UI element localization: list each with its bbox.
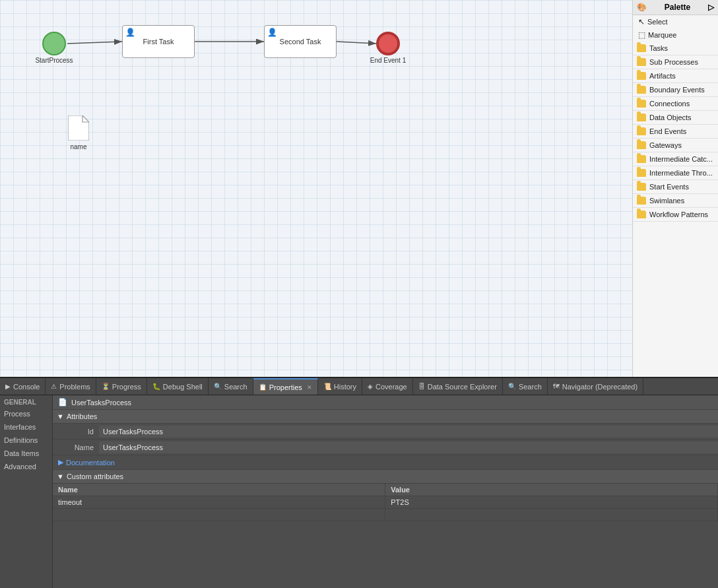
- palette-item-end-events[interactable]: End Events: [633, 125, 718, 139]
- tab-debug-label: Debug Shell: [163, 383, 203, 391]
- folder-icon-artifacts: [637, 72, 646, 80]
- palette-item-start-events[interactable]: Start Events: [633, 180, 718, 194]
- svg-line-3: [337, 42, 376, 44]
- tab-datasource[interactable]: 🗄 Data Source Explorer: [413, 378, 503, 395]
- id-label: Id: [53, 425, 99, 438]
- custom-attrs-table: Name Value timeout PT2S: [53, 484, 718, 521]
- task-second[interactable]: 👤 Second Task: [264, 25, 337, 58]
- palette-workflow-label: Workflow Patterns: [649, 211, 708, 218]
- palette-item-tasks[interactable]: Tasks: [633, 42, 718, 55]
- tab-bar: ▶ Console ⚠ Problems ⏳ Progress 🐛 Debug …: [0, 378, 718, 395]
- coverage-icon: ◈: [368, 383, 373, 390]
- sidebar-item-data-items[interactable]: Data Items: [0, 447, 52, 460]
- search-icon-2: 🔍: [508, 383, 516, 390]
- folder-icon-tasks: [637, 44, 646, 52]
- custom-attrs-collapse-icon: ▼: [57, 473, 64, 480]
- palette-connections-label: Connections: [649, 100, 690, 108]
- props-content: ▼ Attributes Id Name ▶ Documentation: [53, 410, 718, 588]
- palette: 🎨 Palette ▷ ↖ Select ⬚ Marquee Tasks Sub…: [632, 0, 718, 377]
- palette-header: 🎨 Palette ▷: [633, 0, 718, 15]
- palette-item-sub-processes[interactable]: Sub Processes: [633, 55, 718, 69]
- palette-item-data-objects[interactable]: Data Objects: [633, 111, 718, 125]
- palette-item-swimlanes[interactable]: Swimlanes: [633, 194, 718, 208]
- palette-title: Palette: [665, 3, 690, 12]
- palette-item-intermediate-thro[interactable]: Intermediate Thro...: [633, 166, 718, 180]
- tab-problems[interactable]: ⚠ Problems: [46, 378, 96, 395]
- palette-icon: 🎨: [637, 3, 647, 12]
- palette-expand-icon[interactable]: ▷: [708, 3, 714, 12]
- top-area: StartProcess 👤 First Task 👤 Second Task …: [0, 0, 718, 377]
- folder-icon-boundary: [637, 86, 646, 94]
- id-input[interactable]: [99, 426, 718, 438]
- name-input[interactable]: [99, 441, 718, 453]
- palette-item-gateways[interactable]: Gateways: [633, 139, 718, 152]
- tab-coverage-label: Coverage: [375, 383, 407, 391]
- select-cursor-icon: ↖: [638, 17, 645, 26]
- sidebar-item-process[interactable]: Process: [0, 407, 52, 420]
- sidebar-definitions-label: Definitions: [4, 436, 38, 444]
- tab-search-1[interactable]: 🔍 Search: [209, 378, 253, 395]
- palette-boundary-label: Boundary Events: [649, 86, 705, 94]
- tab-debug-shell[interactable]: 🐛 Debug Shell: [147, 378, 209, 395]
- props-main: 📄 UserTasksProcess ▼ Attributes Id Name: [53, 395, 718, 588]
- tab-progress[interactable]: ⏳ Progress: [96, 378, 147, 395]
- end-event[interactable]: End Event 1: [376, 32, 400, 55]
- progress-icon: ⏳: [102, 383, 110, 390]
- tab-navigator[interactable]: 🗺 Navigator (Deprecated): [548, 378, 643, 395]
- id-row: Id: [53, 424, 718, 440]
- start-event[interactable]: StartProcess: [42, 32, 66, 55]
- datasource-icon: 🗄: [418, 383, 425, 390]
- custom-attrs-header[interactable]: ▼ Custom attributes: [53, 470, 718, 484]
- properties-close-icon[interactable]: ✕: [307, 384, 312, 391]
- tab-console[interactable]: ▶ Console: [0, 378, 46, 395]
- attributes-collapse-icon: ▼: [57, 412, 64, 420]
- palette-item-workflow-patterns[interactable]: Workflow Patterns: [633, 208, 718, 222]
- palette-item-connections[interactable]: Connections: [633, 97, 718, 111]
- palette-item-artifacts[interactable]: Artifacts: [633, 69, 718, 83]
- folder-icon-swim: [637, 197, 646, 205]
- svg-line-1: [67, 42, 122, 44]
- artifact-doc[interactable]: name: [68, 115, 89, 142]
- sidebar-item-definitions[interactable]: Definitions: [0, 434, 52, 447]
- folder-icon-sub: [637, 58, 646, 66]
- col-name-header: Name: [53, 484, 385, 496]
- palette-artifacts-label: Artifacts: [649, 72, 676, 80]
- properties-area: General Process Interfaces Definitions D…: [0, 395, 718, 588]
- tab-progress-label: Progress: [112, 383, 141, 391]
- tab-console-label: Console: [13, 383, 40, 391]
- task-user-icon: 👤: [125, 28, 135, 37]
- attributes-section-label: Attributes: [67, 412, 97, 420]
- palette-tool-marquee[interactable]: ⬚ Marquee: [633, 28, 718, 42]
- attr-name-cell-empty: [53, 509, 385, 521]
- palette-item-boundary-events[interactable]: Boundary Events: [633, 83, 718, 97]
- attr-value-cell: PT2S: [385, 496, 718, 509]
- name-label: Name: [53, 441, 99, 454]
- attributes-section-header[interactable]: ▼ Attributes: [53, 410, 718, 424]
- table-row[interactable]: timeout PT2S: [53, 496, 718, 509]
- documentation-section[interactable]: ▶ Documentation: [53, 455, 718, 470]
- sidebar-item-advanced[interactable]: Advanced: [0, 460, 52, 473]
- tab-history[interactable]: 📜 History: [318, 378, 362, 395]
- folder-icon-data: [637, 114, 646, 121]
- palette-sub-label: Sub Processes: [649, 58, 698, 66]
- sidebar-item-interfaces[interactable]: Interfaces: [0, 420, 52, 434]
- tab-coverage[interactable]: ◈ Coverage: [362, 378, 413, 395]
- palette-item-intermediate-catch[interactable]: Intermediate Catc...: [633, 152, 718, 166]
- artifact-doc-icon: [68, 115, 89, 141]
- tab-properties-label: Properties: [269, 383, 302, 391]
- palette-tool-select[interactable]: ↖ Select: [633, 15, 718, 28]
- palette-data-label: Data Objects: [649, 114, 692, 121]
- palette-marquee-label: Marquee: [648, 31, 676, 39]
- tab-search-2[interactable]: 🔍 Search: [503, 378, 548, 395]
- canvas[interactable]: StartProcess 👤 First Task 👤 Second Task …: [0, 0, 632, 377]
- sidebar-process-label: Process: [4, 410, 30, 418]
- bottom-panel: ▶ Console ⚠ Problems ⏳ Progress 🐛 Debug …: [0, 377, 718, 588]
- task-user-icon-2: 👤: [267, 28, 277, 37]
- folder-icon-int-thro: [637, 169, 646, 177]
- sidebar-interfaces-label: Interfaces: [4, 423, 36, 431]
- folder-icon-gateways: [637, 141, 646, 149]
- table-row-empty[interactable]: [53, 509, 718, 521]
- task-first[interactable]: 👤 First Task: [122, 25, 195, 58]
- tab-properties[interactable]: 📋 Properties ✕: [253, 378, 318, 395]
- palette-int-catch-label: Intermediate Catc...: [649, 155, 713, 163]
